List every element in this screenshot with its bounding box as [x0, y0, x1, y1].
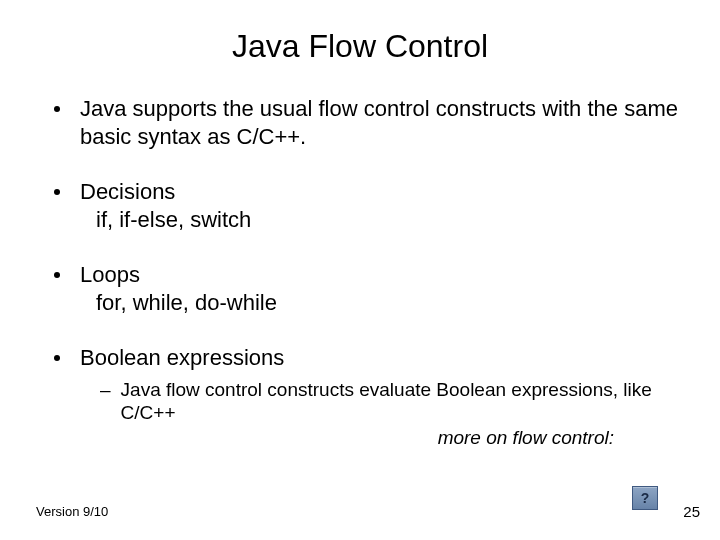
bullet-dot-icon: [54, 189, 60, 195]
bullet-text: Java supports the usual flow control con…: [80, 95, 684, 150]
bullet-dot-icon: [54, 272, 60, 278]
bullet-text: Decisions: [80, 178, 684, 206]
bullet-item: Java supports the usual flow control con…: [54, 95, 684, 150]
bullet-dot-icon: [54, 355, 60, 361]
bullet-text: Boolean expressions: [80, 344, 684, 372]
bullet-subtext: for, while, do-while: [96, 289, 684, 317]
sub-bullet-item: – Java flow control constructs evaluate …: [100, 378, 684, 426]
slide-footer: Version 9/10 25: [36, 503, 700, 520]
more-note: more on flow control:: [54, 427, 614, 449]
slide-title: Java Flow Control: [36, 28, 684, 65]
page-number: 25: [683, 503, 700, 520]
sub-bullet-text: Java flow control constructs evaluate Bo…: [121, 378, 684, 426]
dash-icon: –: [100, 378, 111, 402]
bullet-item: Boolean expressions: [54, 344, 684, 372]
bullet-dot-icon: [54, 106, 60, 112]
bullet-item: Decisions: [54, 178, 684, 206]
bullet-subtext: if, if-else, switch: [96, 206, 684, 234]
version-label: Version 9/10: [36, 504, 108, 519]
slide-content: Java supports the usual flow control con…: [54, 95, 684, 449]
bullet-text: Loops: [80, 261, 684, 289]
bullet-item: Loops: [54, 261, 684, 289]
